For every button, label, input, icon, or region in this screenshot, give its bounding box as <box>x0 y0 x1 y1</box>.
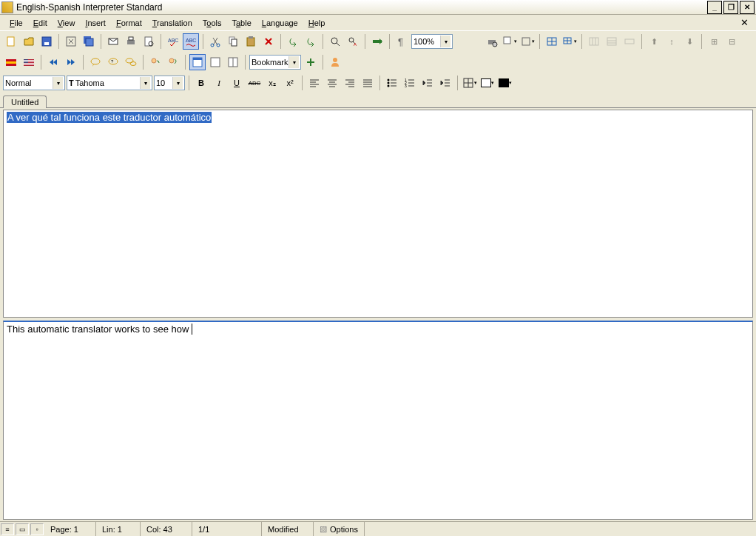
add-bookmark-icon[interactable] <box>303 54 319 70</box>
spellcheck-icon[interactable]: ABC <box>165 33 181 50</box>
strike-button[interactable]: ABC <box>246 75 263 91</box>
svg-point-19 <box>331 38 337 44</box>
new-icon[interactable] <box>3 33 19 50</box>
svg-rect-40 <box>24 63 34 64</box>
flag-spain-icon[interactable] <box>3 54 19 70</box>
align-center-icon[interactable] <box>324 75 340 91</box>
save-icon[interactable] <box>38 33 55 50</box>
layout-side-icon[interactable] <box>225 54 241 70</box>
align-justify-icon[interactable] <box>360 75 376 91</box>
svg-point-25 <box>493 42 497 47</box>
close-button[interactable]: ✕ <box>740 1 755 14</box>
font-combo[interactable]: TTahoma <box>67 76 152 90</box>
open-icon[interactable] <box>21 33 37 50</box>
menu-tools[interactable]: Tools <box>198 17 227 29</box>
menu-view[interactable]: View <box>53 17 81 29</box>
align-left-icon[interactable] <box>306 75 323 91</box>
align-b-icon: ⬇ <box>681 33 698 50</box>
speak1-icon[interactable] <box>147 54 163 70</box>
bubble1-icon[interactable] <box>87 54 104 70</box>
align-m-icon: ↕ <box>664 33 680 50</box>
menu-help[interactable]: Help <box>303 17 331 29</box>
minimize-button[interactable]: _ <box>707 1 722 14</box>
bookmark-combo[interactable]: Bookmark <box>249 55 301 70</box>
svg-rect-37 <box>24 59 28 63</box>
menu-insert[interactable]: Insert <box>80 17 111 29</box>
close-doc-icon[interactable] <box>63 33 79 50</box>
doc-tabs: Untitled <box>0 93 756 108</box>
subscript-button[interactable]: x₂ <box>264 75 280 91</box>
view-normal-icon[interactable]: ▭ <box>16 523 29 535</box>
menu-language[interactable]: Language <box>257 17 303 29</box>
status-modified: Modified <box>262 522 314 536</box>
print-icon[interactable] <box>123 33 139 50</box>
outdent-icon[interactable] <box>419 75 436 91</box>
underline-button[interactable]: U <box>229 75 245 91</box>
layout-split-icon[interactable] <box>189 54 206 70</box>
speak2-icon[interactable] <box>165 54 181 70</box>
layout-single-icon[interactable] <box>207 54 223 70</box>
menu-translation[interactable]: Translation <box>147 17 198 29</box>
title-bar: English-Spanish Interpreter Standard _ ❐… <box>0 0 756 15</box>
replace-icon[interactable]: A <box>345 33 361 50</box>
italic-button[interactable]: I <box>211 75 227 91</box>
doc-close-button[interactable]: ✕ <box>738 17 752 28</box>
grid1-icon <box>586 33 602 50</box>
prev-icon[interactable] <box>45 54 61 70</box>
delete-icon[interactable] <box>260 33 277 50</box>
bubble2-icon[interactable]: ? <box>105 54 121 70</box>
table-icon[interactable] <box>544 33 560 50</box>
bold-button[interactable]: B <box>193 75 209 91</box>
zoom-combo[interactable]: 100% <box>411 34 453 49</box>
menu-file[interactable]: File <box>4 17 28 29</box>
print-preview-icon[interactable] <box>141 33 157 50</box>
menu-format[interactable]: Format <box>111 17 147 29</box>
source-pane[interactable]: A ver qué tal funciona este traductor au… <box>3 110 753 318</box>
paste-icon[interactable] <box>243 33 259 50</box>
mail-icon[interactable] <box>105 33 121 50</box>
menu-table[interactable]: Table <box>226 17 256 29</box>
highlight-color-icon[interactable]: ▾ <box>479 75 496 91</box>
find-icon[interactable] <box>327 33 343 50</box>
svg-rect-27 <box>522 38 530 45</box>
save-all-icon[interactable] <box>81 33 97 50</box>
cut-icon[interactable] <box>207 33 223 50</box>
undo-icon[interactable] <box>285 33 301 50</box>
svg-point-53 <box>333 58 337 62</box>
auto-spellcheck-icon[interactable]: ABC <box>183 33 199 50</box>
indent-icon[interactable] <box>437 75 453 91</box>
svg-point-46 <box>130 62 136 66</box>
split-icon: ⊞ <box>706 33 722 50</box>
font-color-icon[interactable]: ▾ <box>497 75 513 91</box>
tab-untitled[interactable]: Untitled <box>3 96 47 108</box>
size-combo[interactable]: 10 <box>154 76 185 90</box>
align-right-icon[interactable] <box>342 75 358 91</box>
maximize-button[interactable]: ❐ <box>723 1 738 14</box>
bubble3-icon[interactable] <box>123 54 139 70</box>
borders-icon[interactable]: ▾ <box>462 75 478 91</box>
bullets-icon[interactable] <box>384 75 400 91</box>
svg-rect-41 <box>24 64 34 65</box>
svg-text:¶: ¶ <box>398 36 403 47</box>
status-options[interactable]: ▧Options <box>314 522 365 536</box>
copy-icon[interactable] <box>225 33 241 50</box>
menu-edit[interactable]: Edit <box>28 17 53 29</box>
next-icon[interactable] <box>63 54 79 70</box>
print-settings-icon[interactable] <box>484 33 500 50</box>
user-icon[interactable] <box>327 54 343 70</box>
svg-text:A: A <box>354 42 357 47</box>
svg-rect-32 <box>625 39 634 44</box>
flag-usa-icon[interactable] <box>21 54 37 70</box>
numbering-icon[interactable]: 123 <box>402 75 418 91</box>
redo-icon[interactable] <box>303 33 319 50</box>
view-page-icon[interactable]: ▫ <box>30 523 44 535</box>
superscript-button[interactable]: x² <box>282 75 298 91</box>
para-mark-icon[interactable]: ¶ <box>394 33 410 50</box>
table-dropdown-icon[interactable]: ▾ <box>561 33 578 50</box>
target-pane[interactable]: This automatic translator works to see h… <box>3 321 753 520</box>
view-mon-icon[interactable]: ≡ <box>1 523 14 535</box>
dropdown2-icon[interactable]: ▾ <box>519 33 536 50</box>
dropdown1-icon[interactable]: ▾ <box>502 33 518 50</box>
style-combo[interactable]: Normal <box>3 76 65 90</box>
translate-icon[interactable] <box>369 33 385 50</box>
